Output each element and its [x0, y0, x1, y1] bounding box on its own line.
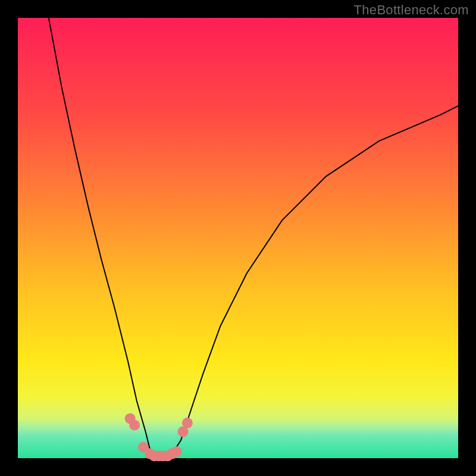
marker-group	[125, 413, 193, 461]
chart-svg	[18, 18, 458, 458]
marker-dot	[171, 446, 181, 457]
bottleneck-curve	[49, 18, 458, 458]
watermark-text: TheBottleneck.com	[354, 2, 469, 18]
marker-dot	[182, 418, 193, 428]
marker-dot	[129, 420, 140, 431]
plot-area	[18, 18, 458, 458]
chart-frame: TheBottleneck.com	[0, 0, 476, 476]
